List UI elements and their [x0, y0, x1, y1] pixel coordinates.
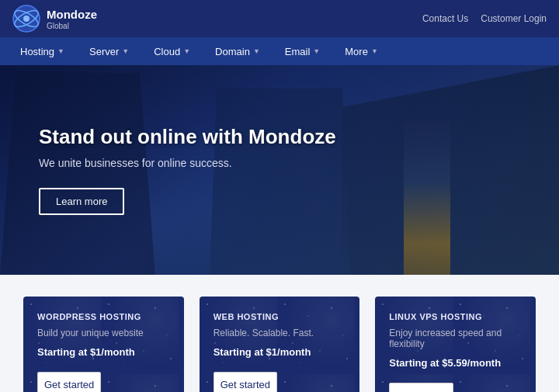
- hero-title: Stand out online with Mondoze: [39, 125, 336, 149]
- chevron-down-icon: ▼: [313, 47, 320, 55]
- card-1-title: WORDPRESS HOSTING: [37, 312, 170, 321]
- card-1-desc: Build your unique website: [37, 328, 170, 338]
- svg-point-3: [23, 16, 30, 22]
- brand-sub: Global: [47, 22, 97, 30]
- hero-section: Stand out online with Mondoze We unite b…: [0, 65, 559, 275]
- hero-subtitle: We unite businesses for online success.: [39, 157, 336, 169]
- nav-cloud[interactable]: Cloud ▼: [141, 37, 203, 65]
- chevron-down-icon: ▼: [122, 47, 129, 55]
- nav-domain[interactable]: Domain ▼: [203, 37, 273, 65]
- nav-hosting[interactable]: Hosting ▼: [8, 37, 77, 65]
- card-linux-vps-hosting: LINUX VPS HOSTING Enjoy increased speed …: [375, 297, 536, 392]
- chevron-down-icon: ▼: [183, 47, 190, 55]
- nav-email[interactable]: Email ▼: [273, 37, 332, 65]
- card-web-hosting: WEB HOSTING Reliable. Scalable. Fast. St…: [200, 297, 360, 392]
- card-2-title: WEB HOSTING: [214, 312, 346, 321]
- card-3-title: LINUX VPS HOSTING: [389, 312, 522, 321]
- brand-name-group: Mondoze Global: [47, 8, 97, 30]
- contact-us-link[interactable]: Contact Us: [422, 13, 468, 24]
- hero-content: Stand out online with Mondoze We unite b…: [0, 94, 375, 246]
- card-3-desc: Enjoy increased speed and flexibility: [389, 328, 522, 349]
- nav-more[interactable]: More ▼: [332, 37, 391, 65]
- card-wordpress-hosting: WORDPRESS HOSTING Build your unique webs…: [23, 297, 184, 392]
- chevron-down-icon: ▼: [253, 47, 260, 55]
- chevron-down-icon: ▼: [57, 47, 64, 55]
- brand-name: Mondoze: [47, 8, 97, 21]
- top-links: Contact Us Customer Login: [422, 13, 547, 24]
- card-1-cta-button[interactable]: Get started: [37, 372, 101, 392]
- nav-bar: Hosting ▼ Server ▼ Cloud ▼ Domain ▼ Emai…: [0, 37, 559, 65]
- chevron-down-icon: ▼: [371, 47, 378, 55]
- logo-area: Mondoze Global: [12, 5, 97, 33]
- nav-server[interactable]: Server ▼: [77, 37, 141, 65]
- card-1-price: Starting at $1/month: [37, 346, 170, 358]
- customer-login-link[interactable]: Customer Login: [481, 13, 547, 24]
- mondoze-logo-icon: [12, 5, 40, 33]
- card-2-price: Starting at $1/month: [214, 346, 346, 358]
- card-3-price: Starting at $5.59/month: [389, 357, 522, 369]
- card-2-cta-button[interactable]: Get started: [214, 372, 277, 392]
- cards-section: WORDPRESS HOSTING Build your unique webs…: [0, 275, 559, 392]
- hero-cta-button[interactable]: Learn more: [39, 188, 124, 215]
- card-3-cta-button[interactable]: Get started: [389, 383, 453, 392]
- top-bar: Mondoze Global Contact Us Customer Login: [0, 0, 559, 37]
- card-2-desc: Reliable. Scalable. Fast.: [214, 328, 346, 338]
